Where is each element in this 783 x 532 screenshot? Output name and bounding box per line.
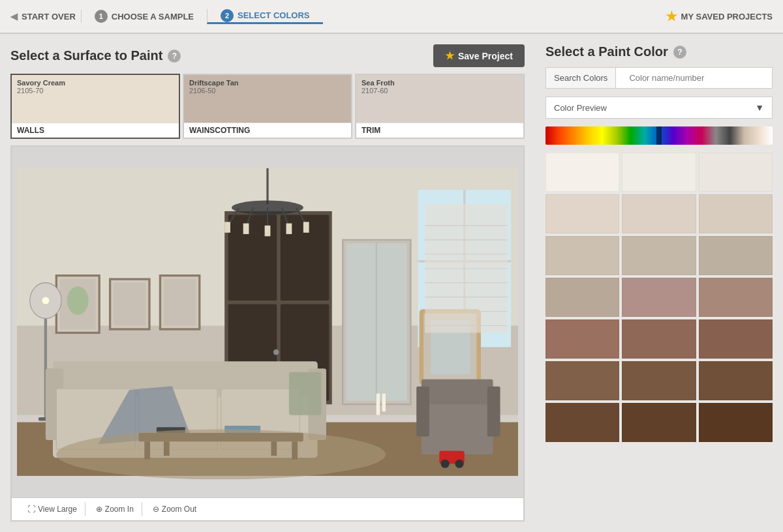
svg-rect-76 [376, 394, 380, 415]
zoom-in-button[interactable]: ⊕ Zoom In [88, 502, 142, 516]
dropdown-arrow-icon: ▼ [755, 102, 764, 113]
svg-point-23 [42, 297, 49, 304]
room-scene-svg [17, 152, 518, 492]
swatch-row [545, 236, 773, 275]
color-swatch[interactable] [545, 153, 619, 192]
color-swatch[interactable] [622, 278, 696, 317]
zoom-in-icon: ⊕ [96, 505, 102, 514]
color-swatch[interactable] [622, 153, 696, 192]
color-swatch[interactable] [622, 403, 696, 442]
color-spectrum-bar[interactable] [545, 126, 773, 145]
wainscotting-color-name: Driftscape Tan [189, 79, 346, 87]
color-swatch[interactable] [622, 319, 696, 359]
swatch-row [545, 153, 773, 192]
search-input[interactable] [622, 68, 772, 88]
color-swatch[interactable] [622, 236, 696, 275]
right-panel: Select a Paint Color ? Search Colors Col… [535, 34, 783, 532]
saved-projects-button[interactable]: ★ MY SAVED PROJECTS [666, 8, 773, 24]
swatch-row [545, 278, 773, 317]
svg-rect-38 [303, 222, 309, 232]
svg-point-63 [455, 460, 463, 468]
svg-point-13 [273, 349, 279, 355]
svg-rect-35 [243, 224, 249, 234]
color-swatch[interactable] [545, 236, 619, 275]
surface-wainscotting[interactable]: Driftscape Tan 2106-50 WAINSCOTTING [183, 74, 352, 139]
paint-help-icon[interactable]: ? [673, 46, 686, 59]
svg-point-62 [441, 460, 450, 468]
view-large-button[interactable]: ⛶ View Large [20, 502, 85, 516]
color-preview-dropdown[interactable]: Color Preview ▼ [545, 96, 773, 119]
color-swatch[interactable] [699, 361, 773, 400]
zoom-out-icon: ⊖ [153, 505, 159, 514]
zoom-out-button[interactable]: ⊖ Zoom Out [145, 502, 204, 516]
color-swatch[interactable] [545, 319, 619, 359]
spectrum-cursor [656, 126, 662, 145]
color-swatch[interactable] [699, 153, 773, 192]
trim-color-name: Sea Froth [361, 79, 518, 87]
top-navigation: ◀ START OVER 1 CHOOSE A SAMPLE 2 SELECT … [0, 0, 783, 34]
color-swatch[interactable] [545, 194, 619, 233]
svg-rect-47 [289, 372, 321, 415]
svg-rect-58 [416, 387, 429, 437]
left-header: Select a Surface to Paint ? ★ Save Proje… [10, 44, 525, 67]
color-swatch[interactable] [699, 194, 773, 233]
color-swatch[interactable] [622, 194, 696, 233]
wainscotting-color-preview: Driftscape Tan 2106-50 [184, 75, 351, 123]
star-icon: ★ [666, 8, 677, 24]
trim-color-preview: Sea Froth 2107-60 [356, 75, 523, 123]
svg-rect-34 [224, 222, 230, 232]
surface-walls[interactable]: Savory Cream 2105-70 WALLS [10, 74, 180, 139]
start-over-label: START OVER [22, 12, 76, 22]
svg-rect-37 [286, 224, 292, 234]
walls-color-name: Savory Cream [17, 79, 174, 87]
color-swatch[interactable] [699, 403, 773, 442]
select-colors-label: SELECT COLORS [238, 10, 310, 20]
save-star-icon: ★ [445, 50, 454, 62]
swatch-row [545, 361, 773, 400]
svg-rect-59 [487, 387, 500, 437]
color-swatch[interactable] [545, 278, 619, 317]
wainscotting-color-code: 2106-50 [189, 87, 346, 95]
choose-sample-step[interactable]: 1 CHOOSE A SAMPLE [81, 10, 207, 23]
left-panel: Select a Surface to Paint ? ★ Save Proje… [0, 34, 535, 532]
swatch-row [545, 319, 773, 359]
color-swatch[interactable] [699, 319, 773, 359]
search-colors-label: Search Colors [546, 68, 616, 88]
color-swatches-grid [545, 153, 773, 522]
room-image-container: ⛶ View Large ⊕ Zoom In ⊖ Zoom Out [10, 145, 525, 522]
right-header: Select a Paint Color ? [545, 44, 773, 59]
swatch-row [545, 403, 773, 442]
svg-rect-18 [114, 283, 146, 326]
walls-label: WALLS [12, 123, 179, 138]
saved-projects-label: MY SAVED PROJECTS [681, 12, 773, 22]
surface-trim[interactable]: Sea Froth 2107-60 TRIM [355, 74, 525, 139]
walls-color-preview: Savory Cream 2105-70 [12, 75, 179, 123]
svg-point-16 [67, 286, 89, 315]
save-project-button[interactable]: ★ Save Project [433, 44, 525, 67]
search-row: Search Colors [545, 67, 773, 89]
color-swatch[interactable] [699, 236, 773, 275]
select-colors-step[interactable]: 2 SELECT COLORS [207, 9, 323, 24]
walls-color-code: 2105-70 [17, 87, 174, 95]
swatch-row [545, 194, 773, 233]
wainscotting-label: WAINSCOTTING [184, 123, 351, 138]
svg-rect-57 [422, 379, 493, 404]
color-swatch[interactable] [622, 361, 696, 400]
room-image-wrapper[interactable] [12, 147, 523, 497]
svg-point-60 [56, 430, 386, 480]
step-1-number: 1 [95, 10, 108, 23]
room-controls: ⛶ View Large ⊕ Zoom In ⊖ Zoom Out [12, 497, 523, 520]
start-over-button[interactable]: ◀ START OVER [10, 11, 76, 22]
paint-color-title: Select a Paint Color ? [545, 44, 686, 59]
choose-sample-label: CHOOSE A SAMPLE [112, 12, 194, 22]
color-swatch[interactable] [699, 278, 773, 317]
svg-rect-36 [265, 226, 271, 236]
surface-help-icon[interactable]: ? [168, 50, 181, 63]
expand-icon: ⛶ [27, 505, 35, 514]
color-swatch[interactable] [545, 403, 619, 442]
trim-label: TRIM [356, 123, 523, 138]
trim-color-code: 2107-60 [361, 87, 518, 95]
surface-panels: Savory Cream 2105-70 WALLS Driftscape Ta… [10, 74, 525, 139]
color-swatch[interactable] [545, 361, 619, 400]
main-content: Select a Surface to Paint ? ★ Save Proje… [0, 34, 783, 532]
